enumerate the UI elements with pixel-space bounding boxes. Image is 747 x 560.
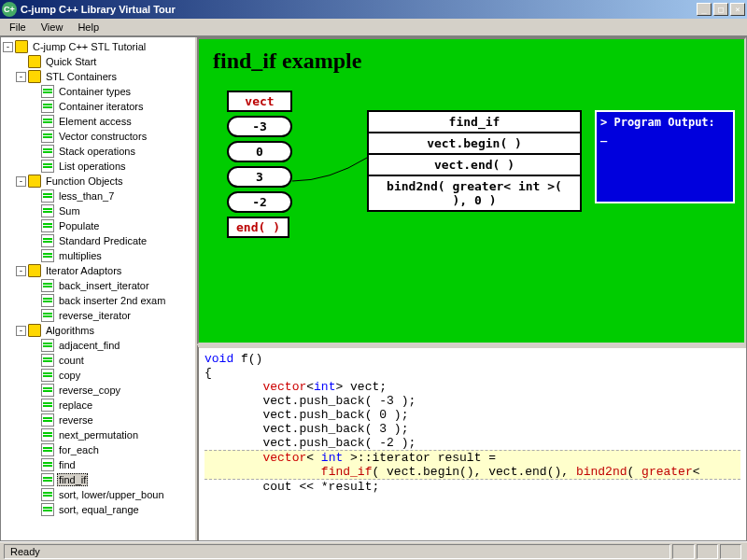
vector-box: vect -3 0 3 -2 end( ) xyxy=(227,91,292,238)
code-pane[interactable]: void f() { vector<int> vect; vect.push_b… xyxy=(197,344,746,540)
code-line: vector< int >::iterator result = xyxy=(204,451,740,465)
content-area: find_if example vect -3 0 3 -2 end( ) fi… xyxy=(197,37,746,540)
tree-item[interactable]: -Iterator Adaptors xyxy=(16,263,193,278)
tree-item[interactable]: find xyxy=(29,457,193,472)
menu-help[interactable]: Help xyxy=(70,20,106,35)
call-row: bind2nd( greater< int >( ), 0 ) xyxy=(367,175,582,212)
vect-value: -3 xyxy=(227,116,292,137)
code-line: void f() xyxy=(204,352,740,366)
maximize-button[interactable]: □ xyxy=(713,3,728,16)
tree-item[interactable]: less_than_7 xyxy=(29,189,193,203)
output-title: > Program Output: xyxy=(600,116,729,129)
page-icon xyxy=(41,488,54,501)
code-line: vect.push_back( -2 ); xyxy=(204,436,740,450)
book-icon xyxy=(15,40,28,53)
call-box: find_if vect.begin( ) vect.end( ) bind2n… xyxy=(367,110,582,210)
book-icon xyxy=(28,324,41,337)
page-icon xyxy=(41,189,54,203)
tree-item[interactable]: multiplies xyxy=(29,248,193,263)
tree-item[interactable]: next_permutation xyxy=(29,427,193,442)
tree-item[interactable]: adjacent_find xyxy=(29,338,193,353)
tree-item[interactable]: Vector constructors xyxy=(29,129,193,144)
book-icon xyxy=(28,264,41,277)
tree-item[interactable]: reverse_copy xyxy=(29,383,193,398)
code-line: { xyxy=(204,366,740,380)
main-area: -C-jump C++ STL Tutorial Quick Start -ST… xyxy=(0,36,747,541)
tree-item[interactable]: -Function Objects xyxy=(16,174,193,189)
tree-item[interactable]: Element access xyxy=(29,114,193,129)
tree-item[interactable]: -STL Containers xyxy=(16,69,193,84)
status-cell xyxy=(672,544,694,559)
tree-item[interactable]: Quick Start xyxy=(16,54,193,69)
collapse-icon[interactable]: - xyxy=(16,266,26,276)
page-icon xyxy=(41,309,54,322)
code-line: cout << *result; xyxy=(204,480,740,494)
status-cell xyxy=(720,544,741,559)
page-icon xyxy=(41,428,54,441)
page-icon xyxy=(41,85,54,98)
tree-item[interactable]: replace xyxy=(29,398,193,413)
title-bar: C+ C-jump C++ Library Virtual Tour _ □ × xyxy=(0,0,747,19)
page-icon xyxy=(41,384,54,397)
code-line: find_if( vect.begin(), vect.end(), bind2… xyxy=(204,465,740,479)
tree-root[interactable]: -C-jump C++ STL Tutorial xyxy=(3,39,193,54)
status-bar: Ready xyxy=(0,541,747,560)
tree-item[interactable]: -Algorithms xyxy=(16,323,193,338)
tree-item[interactable]: Stack operations xyxy=(29,144,193,159)
end-label: end( ) xyxy=(227,217,289,238)
page-icon xyxy=(41,413,54,427)
tree-item-selected[interactable]: find_if xyxy=(29,472,193,487)
minimize-button[interactable]: _ xyxy=(697,3,712,16)
tree-item[interactable]: reverse xyxy=(29,413,193,427)
tree-item[interactable]: sort, equal_range xyxy=(29,502,193,517)
menu-file[interactable]: File xyxy=(2,20,34,35)
tree-item[interactable]: Sum xyxy=(29,203,193,218)
close-button[interactable]: × xyxy=(730,3,745,16)
book-icon xyxy=(28,70,41,83)
page-icon xyxy=(41,204,54,217)
book-icon xyxy=(28,55,41,68)
page-icon xyxy=(41,160,54,173)
tree-item[interactable]: Container iterators xyxy=(29,99,193,114)
vect-value: 3 xyxy=(227,166,292,188)
output-box: > Program Output: _ xyxy=(595,110,735,203)
tree-item[interactable]: back_insert_iterator xyxy=(29,278,193,293)
diagram-pane: find_if example vect -3 0 3 -2 end( ) fi… xyxy=(197,37,746,344)
page-icon xyxy=(41,443,54,456)
tree-item[interactable]: for_each xyxy=(29,442,193,457)
page-icon xyxy=(41,115,54,128)
tree-item[interactable]: reverse_iterator xyxy=(29,308,193,323)
status-cell xyxy=(697,544,718,559)
collapse-icon[interactable]: - xyxy=(3,42,13,52)
collapse-icon[interactable]: - xyxy=(16,326,26,336)
code-line: vector<int> vect; xyxy=(204,380,740,394)
diagram-title: find_if example xyxy=(213,49,730,74)
collapse-icon[interactable]: - xyxy=(16,72,26,82)
app-icon: C+ xyxy=(2,2,17,17)
call-row: find_if xyxy=(367,110,582,133)
menu-view[interactable]: View xyxy=(34,20,71,35)
window-title: C-jump C++ Library Virtual Tour xyxy=(21,4,697,15)
page-icon xyxy=(41,294,54,307)
tree-item[interactable]: Standard Predicate xyxy=(29,233,193,248)
page-icon xyxy=(41,399,54,412)
tree-item[interactable]: List operations xyxy=(29,159,193,174)
call-row: vect.end( ) xyxy=(367,153,582,176)
page-icon xyxy=(41,130,54,143)
tree-item[interactable]: copy xyxy=(29,368,193,383)
tree-item[interactable]: Container types xyxy=(29,84,193,99)
page-icon xyxy=(41,234,54,247)
page-icon xyxy=(41,100,54,113)
vect-value: 0 xyxy=(227,141,292,162)
tree-item[interactable]: count xyxy=(29,353,193,368)
page-icon xyxy=(41,369,54,382)
collapse-icon[interactable]: - xyxy=(16,176,26,187)
page-icon xyxy=(41,219,54,232)
page-icon xyxy=(41,458,54,471)
tree-item[interactable]: back inserter 2nd exam xyxy=(29,293,193,308)
tree-item[interactable]: sort, lower/upper_boun xyxy=(29,487,193,502)
page-icon xyxy=(41,473,54,486)
tree-sidebar[interactable]: -C-jump C++ STL Tutorial Quick Start -ST… xyxy=(1,37,197,540)
status-text: Ready xyxy=(4,544,670,559)
tree-item[interactable]: Populate xyxy=(29,218,193,233)
